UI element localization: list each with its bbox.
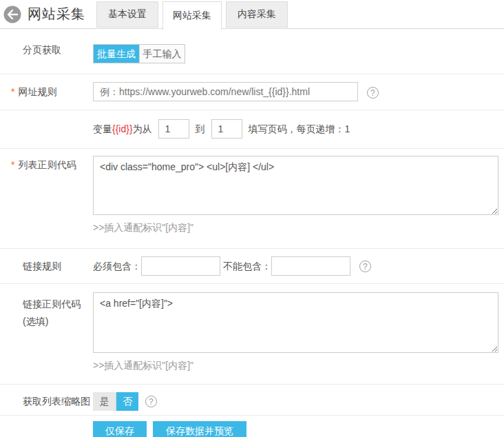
- row-actions: 仅保存 保存数据并预览: [0, 416, 504, 437]
- pagination-toggle: 批量生成 手工输入: [93, 44, 185, 63]
- list-regex-textarea[interactable]: <div class="home_pro"> <ul>[内容] </ul>: [93, 156, 498, 215]
- not-contain-label: 不能包含：: [223, 261, 271, 272]
- list-regex-insert-link[interactable]: >>插入通配标识"[内容]": [93, 222, 504, 234]
- page-to-input[interactable]: [211, 119, 242, 139]
- tab-site-collection[interactable]: 网站采集: [162, 1, 222, 30]
- row-thumbnail: 获取列表缩略图 是 否 ?: [0, 385, 504, 416]
- variable-token: {{id}}: [112, 123, 133, 134]
- url-rule-help-icon[interactable]: ?: [367, 87, 379, 99]
- row-url-rule: *网址规则 ?: [0, 74, 504, 110]
- list-regex-label: *列表正则代码: [0, 156, 93, 234]
- thumbnail-option-yes[interactable]: 是: [93, 392, 116, 411]
- link-regex-label-note: (选填): [23, 313, 93, 330]
- not-contain-input[interactable]: [271, 256, 350, 276]
- row-link-rule: 链接规则 必须包含： 不能包含： ?: [0, 249, 504, 284]
- thumbnail-label: 获取列表缩略图: [0, 392, 93, 411]
- row-variable-range: 变量{{id}}为从到填写页码，每页递增：1: [0, 110, 504, 149]
- tab-content-collection[interactable]: 内容采集: [226, 1, 288, 28]
- row-link-regex: 链接正则代码 (选填) <a href="[内容]"> >>插入通配标识"[内容…: [0, 284, 504, 385]
- save-and-preview-button[interactable]: 保存数据并预览: [153, 421, 246, 437]
- must-contain-label: 必须包含：: [93, 261, 141, 272]
- row-pagination: 分页获取 批量生成 手工输入: [0, 29, 504, 74]
- save-button[interactable]: 仅保存: [93, 421, 147, 437]
- variable-text-before: 变量{{id}}为从: [93, 123, 152, 134]
- link-rule-label: 链接规则: [0, 256, 93, 276]
- url-rule-label: *网址规则: [0, 82, 93, 101]
- tab-bar: 基本设置 网站采集 内容采集: [96, 1, 292, 29]
- collection-form: 分页获取 批量生成 手工输入 *网址规则 ? 变量{{id}}为从到填写页码，每…: [0, 29, 504, 437]
- row-list-regex: *列表正则代码 <div class="home_pro"> <ul>[内容] …: [0, 149, 504, 249]
- url-rule-input[interactable]: [93, 82, 358, 101]
- page-from-input[interactable]: [158, 119, 189, 139]
- pagination-option-manual[interactable]: 手工输入: [139, 45, 185, 63]
- thumbnail-toggle: 是 否: [93, 392, 138, 411]
- link-regex-label: 链接正则代码 (选填): [0, 292, 93, 372]
- thumbnail-option-no[interactable]: 否: [116, 392, 138, 411]
- tab-basic-settings[interactable]: 基本设置: [96, 1, 158, 28]
- required-mark: *: [11, 159, 14, 170]
- variable-text-after: 填写页码，每页递增：1: [249, 123, 350, 134]
- pagination-label: 分页获取: [0, 44, 93, 63]
- page-header: 网站采集 基本设置 网站采集 内容采集: [0, 0, 504, 29]
- must-contain-input[interactable]: [141, 256, 220, 276]
- link-regex-insert-link[interactable]: >>插入通配标识"[内容]": [93, 360, 504, 372]
- required-mark: *: [11, 86, 14, 97]
- variable-row-spacer: [0, 119, 93, 139]
- page-title: 网站采集: [28, 5, 85, 23]
- link-rule-help-icon[interactable]: ?: [359, 261, 371, 272]
- pagination-option-batch[interactable]: 批量生成: [94, 45, 139, 63]
- thumbnail-help-icon[interactable]: ?: [145, 396, 157, 407]
- back-arrow-icon[interactable]: [3, 5, 22, 24]
- variable-to-label: 到: [196, 123, 205, 134]
- link-regex-textarea[interactable]: <a href="[内容]">: [93, 292, 498, 353]
